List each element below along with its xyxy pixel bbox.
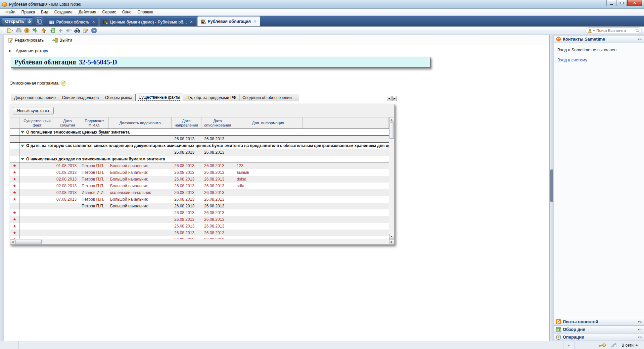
sametime-panel-header[interactable]: Контакты Sametime ▾≡ — [554, 35, 644, 43]
close-tab-icon[interactable]: ✕ — [92, 20, 95, 24]
fact-row[interactable]: ★26.08.201326.08.2013 — [10, 236, 389, 239]
search-input[interactable] — [596, 29, 635, 33]
twisty-expanded-icon[interactable] — [21, 145, 24, 147]
fact-row[interactable]: ★26.08.201326.08.2013 — [10, 216, 389, 223]
key-icon[interactable] — [599, 343, 606, 347]
new-fact-button[interactable]: Новый сущ. факт — [13, 107, 54, 114]
print-icon[interactable] — [15, 27, 22, 34]
sidebar-splitter[interactable] — [549, 35, 554, 341]
twisty-collapsed-icon[interactable] — [9, 49, 11, 53]
window-tab[interactable]: Рабочая область✕ — [46, 17, 99, 26]
fact-row[interactable]: ★02.08.2013Петров П.П.Большой начальник2… — [10, 176, 389, 183]
tab-сведения-об-обеспечении[interactable]: Сведения об обеспечении — [239, 94, 295, 101]
open-dropdown-icon[interactable] — [27, 18, 33, 25]
horizontal-scrollbar[interactable]: ◀ ▶ — [10, 239, 394, 244]
lock-edit-icon[interactable] — [611, 343, 617, 348]
menu-item-окно[interactable]: Окно — [120, 9, 134, 15]
fact-row[interactable]: ★02.08.2013Иванов И.И.маленький начальни… — [10, 189, 389, 196]
fact-row[interactable]: 26.08.201326.08.2013 — [10, 149, 389, 156]
horizontal-scroll-thumb[interactable] — [15, 240, 42, 244]
fact-row[interactable]: ★01.08.2013Петров П.П.Большой начальник2… — [10, 162, 389, 169]
scroll-down-icon[interactable]: ▼ — [389, 234, 394, 239]
attach-icon[interactable] — [65, 27, 73, 34]
paste-down-icon[interactable] — [32, 27, 39, 34]
fact-row[interactable]: ★01.08.2013Петров П.П.Большой начальник2… — [10, 169, 389, 176]
fact-row[interactable]: ★02.08.2013Петров П.П.Большой начальник2… — [10, 183, 389, 189]
minimize-button[interactable] — [606, 0, 616, 6]
tab-scroll-right-icon[interactable]: ▶ — [392, 96, 397, 101]
toolbar-grip[interactable] — [4, 28, 5, 33]
sidebar-panel-rss[interactable]: Ленты новостей▾≡ — [554, 318, 644, 326]
close-button[interactable]: ✕ — [627, 0, 642, 6]
tab-цб-обр-за-пределами-рф[interactable]: ЦБ, обр. за пределами РФ — [183, 94, 239, 101]
sidebar-panel-calendar[interactable]: 18Обзор дня▾≡ — [554, 326, 644, 333]
menu-item-действия[interactable]: Действия — [76, 9, 99, 15]
twisty-expanded-icon[interactable] — [21, 158, 24, 160]
exit-folder-icon[interactable] — [48, 27, 56, 34]
stop-icon[interactable] — [23, 27, 31, 34]
panel-menu-icon[interactable]: ▾≡ — [638, 38, 642, 41]
group-row[interactable]: О погашении эмиссионных ценных бумаг эми… — [10, 129, 389, 136]
group-row[interactable]: О начисленных доходах по эмиссионным цен… — [10, 156, 389, 162]
fact-row[interactable]: ★07.08.2013Петров П.П.Большой начальник2… — [10, 196, 389, 203]
exit-action-button[interactable]: Выйти — [52, 38, 72, 43]
tab-scroll-left-icon[interactable]: ◀ — [387, 96, 392, 101]
header-cell[interactable]: Датанаправления — [172, 117, 201, 129]
edit-key-icon[interactable] — [82, 27, 89, 34]
help-icon[interactable]: ? — [90, 27, 98, 34]
search-icon[interactable] — [635, 29, 640, 33]
group-row[interactable]: О дате, на которую составляется список в… — [10, 142, 389, 149]
panel-menu-icon[interactable]: ▾≡ — [638, 336, 642, 339]
header-cell[interactable]: Датаопубликования — [201, 117, 234, 129]
fact-row[interactable]: ★26.08.201326.08.2013 — [10, 209, 389, 216]
document-attachment-icon[interactable] — [61, 81, 65, 86]
header-cell[interactable]: ПодписантФ.И.О. — [80, 117, 109, 129]
window-tab[interactable]: Рублёвая облигация✕ — [197, 16, 261, 26]
sametime-login-link[interactable]: Вход в систему — [557, 58, 587, 62]
open-button[interactable]: Открыть — [2, 17, 33, 25]
window-tab[interactable]: Ценные бумаги (демо) - Рублёвые обли...✕ — [99, 17, 196, 26]
menu-item-файл[interactable]: Файл — [3, 9, 18, 15]
fact-row[interactable]: ★26.08.201326.08.2013 — [10, 223, 389, 230]
tab-существенные-факты[interactable]: Существенные факты — [136, 94, 183, 101]
add-icon[interactable] — [57, 27, 64, 34]
menu-item-вид[interactable]: Вид — [38, 9, 51, 15]
vertical-scrollbar[interactable]: ▲ ▼ — [389, 117, 394, 239]
tab-досрочное-погашение[interactable]: Досрочное погашение — [11, 94, 59, 101]
scroll-left-icon[interactable]: ◀ — [10, 239, 15, 244]
panel-menu-icon[interactable]: ▾≡ — [638, 320, 642, 323]
online-status[interactable]: В сети — [622, 343, 641, 348]
splitter-handle[interactable] — [550, 169, 553, 202]
close-tab-icon[interactable]: ✕ — [190, 20, 193, 24]
new-document-icon[interactable] — [6, 27, 14, 34]
close-tab-icon[interactable]: ✕ — [254, 19, 257, 24]
fact-row[interactable]: ★26.08.201326.08.2013 — [10, 230, 389, 236]
header-cell[interactable]: Доп. информация — [234, 117, 303, 129]
menu-item-сервис[interactable]: Сервис — [100, 9, 119, 15]
scroll-right-icon[interactable]: ▶ — [389, 239, 394, 244]
twisty-expanded-icon[interactable] — [21, 131, 24, 134]
tab-обзоры-рынка[interactable]: Обзоры рынка — [102, 94, 136, 101]
menu-item-создание[interactable]: Создание — [52, 9, 75, 15]
vertical-scroll-thumb[interactable] — [389, 122, 394, 139]
administrator-section[interactable]: Администратору — [4, 45, 549, 54]
scroll-up-icon[interactable]: ▲ — [389, 117, 394, 122]
fact-row[interactable]: 26.08.201326.08.2013 — [10, 136, 389, 142]
tab-списки-владельцев[interactable]: Списки владельцев — [59, 94, 102, 101]
sidebar-panel-operations[interactable]: Операции▾≡ — [554, 333, 644, 341]
edit-action-button[interactable]: Редактировать — [8, 38, 44, 43]
search-scope-caret-icon[interactable] — [593, 30, 595, 31]
send-up-icon[interactable] — [40, 27, 47, 34]
search-box[interactable] — [586, 28, 642, 34]
menu-item-правка[interactable]: Правка — [19, 9, 38, 15]
panel-menu-icon[interactable]: ▾≡ — [638, 328, 642, 331]
status-expand-icon[interactable]: ▲ — [563, 341, 574, 349]
menu-item-справка[interactable]: Справка — [135, 9, 156, 15]
binoculars-icon[interactable] — [74, 27, 81, 34]
copy-window-icon[interactable] — [36, 17, 43, 25]
fact-row[interactable]: Петров П.П.Большой начальник26.08.201326… — [10, 203, 389, 209]
restore-button[interactable] — [617, 0, 627, 6]
header-cell[interactable]: Должность подписанта — [109, 117, 172, 129]
header-cell[interactable]: Датасобытия — [55, 117, 80, 129]
header-cell[interactable]: Существенныйфакт — [19, 117, 55, 129]
